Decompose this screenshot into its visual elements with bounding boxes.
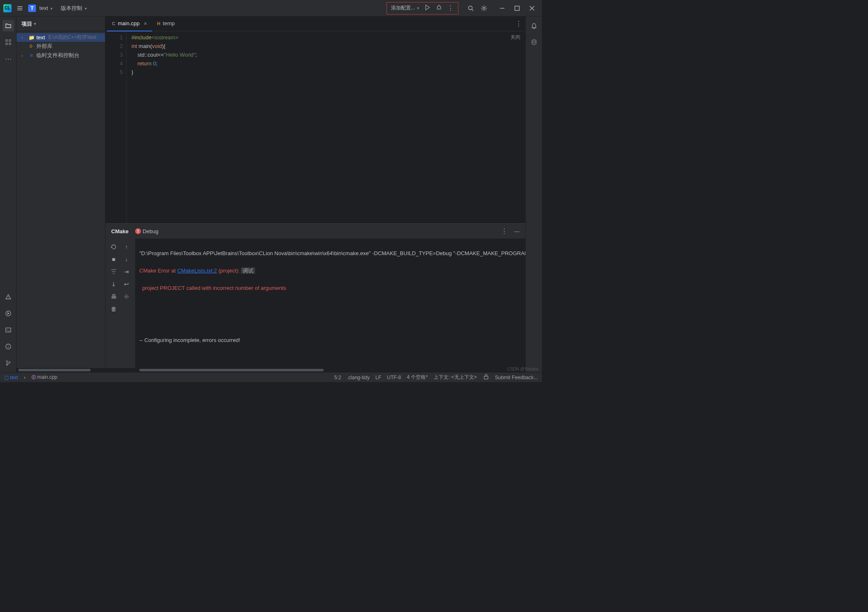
hint-badge[interactable]: 调试 — [241, 268, 255, 274]
problems-tool-button[interactable] — [2, 291, 14, 303]
play-circle-icon — [5, 310, 12, 317]
chevron-down-icon: ▾ — [417, 6, 419, 10]
left-tool-rail: ⋯ — [0, 17, 17, 372]
services-tool-button[interactable] — [2, 308, 14, 319]
tree-expand-icon[interactable]: › — [21, 35, 26, 40]
filter-button[interactable] — [109, 267, 119, 277]
right-tool-rail — [525, 17, 542, 372]
terminal-icon — [5, 327, 12, 333]
notifications-button[interactable] — [528, 20, 540, 31]
chevron-down-icon: ▾ — [50, 6, 52, 11]
tree-item-label: 临时文件和控制台 — [36, 52, 79, 59]
tree-expand-icon[interactable]: › — [21, 53, 26, 58]
tree-item-scratches[interactable]: › ≡ 临时文件和控制台 — [17, 51, 105, 60]
library-icon: ⊪ — [28, 43, 35, 49]
chevron-down-icon: ▾ — [85, 6, 87, 11]
sb-indent[interactable]: 4 个空格* — [407, 374, 428, 381]
code-content[interactable]: 关闭 #include<iostream> int main(void){ st… — [126, 31, 525, 223]
gear-icon — [123, 293, 130, 300]
cmake-scrollbar[interactable] — [105, 368, 525, 372]
main-menu-button[interactable] — [15, 3, 25, 13]
scratch-icon: ≡ — [28, 53, 35, 58]
project-tree: › 📁 text E:\A我的C++程序\text ⊪ 外部库 › ≡ 临时文件… — [17, 31, 105, 368]
tab-label: temp — [163, 20, 175, 26]
svg-rect-9 — [6, 328, 11, 332]
minimize-button[interactable] — [496, 2, 509, 14]
chevron-down-icon: ▾ — [34, 22, 36, 26]
sb-feedback[interactable]: Submit Feedback... — [495, 375, 538, 380]
warning-icon — [5, 294, 12, 300]
svg-rect-16 — [484, 376, 488, 379]
sb-module[interactable]: ▢ text — [4, 375, 18, 380]
soft-wrap-button[interactable]: ↩ — [122, 279, 131, 289]
tab-close-button[interactable]: × — [144, 20, 147, 27]
debug-tab[interactable]: !Debug — [135, 228, 158, 234]
close-hint-button[interactable]: 关闭 — [510, 33, 520, 42]
sb-breadcrumb-sep: › — [24, 375, 26, 380]
more-tool-button[interactable]: ⋯ — [2, 53, 14, 65]
sb-lock[interactable] — [483, 373, 489, 381]
tab-main-cpp[interactable]: C main.cpp × — [107, 17, 152, 31]
gear-icon — [481, 5, 487, 12]
settings-cmake-button[interactable] — [122, 292, 131, 301]
cmake-output[interactable]: "D:\Program Files\Toolbox APP\JetBrains\… — [135, 239, 525, 368]
sb-file[interactable]: Ⓒ main.cpp — [31, 374, 57, 380]
project-name-dropdown[interactable]: text ▾ — [39, 5, 52, 11]
print-button[interactable]: 🖶 — [109, 292, 119, 301]
code-editor[interactable]: 1 2 3 4 5 关闭 #include<iostream> int main… — [105, 31, 525, 223]
output-line: "D:\Program Files\Toolbox APP\JetBrains\… — [139, 249, 521, 258]
trash-button[interactable]: 🗑 — [109, 304, 119, 314]
maximize-button[interactable] — [510, 2, 524, 14]
close-window-button[interactable] — [525, 2, 539, 14]
editor-more-button[interactable]: ⋮ — [514, 19, 524, 29]
tree-item-external-libs[interactable]: ⊪ 外部库 — [17, 42, 105, 51]
svg-point-1 — [469, 6, 472, 10]
cmake-hide-button[interactable]: — — [514, 228, 520, 234]
reload-button[interactable] — [109, 242, 119, 252]
editor-area: C main.cpp × H temp ⋮ 1 2 3 4 5 关闭 #incl… — [105, 17, 525, 372]
scroll-button[interactable]: ⤓ — [109, 279, 119, 289]
project-tool-button[interactable] — [2, 20, 14, 31]
titlebar: CL T text ▾ 版本控制 ▾ 添加配置... ▾ ⋮ — [0, 0, 542, 17]
sb-context[interactable]: 上下文: <无上下文> — [434, 374, 477, 381]
stop-button[interactable]: ■ — [109, 254, 119, 264]
sb-encoding[interactable]: UTF-8 — [387, 375, 401, 380]
svg-point-11 — [6, 361, 8, 362]
settings-button[interactable] — [479, 3, 489, 13]
sb-position[interactable]: 5:2 — [334, 375, 341, 380]
cmake-header: CMake !Debug ⋮ — — [105, 224, 525, 239]
project-panel-header[interactable]: 项目 ▾ — [17, 17, 105, 31]
structure-icon — [5, 39, 12, 45]
main-area: ⋯ 项目 ▾ › 📁 text E:\A我的C++程序\text ⊪ 外部库 › — [0, 17, 542, 372]
search-button[interactable] — [466, 3, 476, 13]
wrap-button[interactable]: ⇥ — [122, 267, 131, 277]
cmake-panel: CMake !Debug ⋮ — ↑ ■ ↓ ⇥ ⤓ ↩ 🖶 — [105, 223, 525, 372]
vcs-menu[interactable]: 版本控制 ▾ — [61, 5, 87, 12]
sb-tidy[interactable]: .clang-tidy — [347, 375, 370, 380]
terminal-tool-button[interactable] — [2, 324, 14, 336]
branch-icon — [5, 360, 12, 366]
tree-item-label: text — [36, 34, 45, 41]
structure-tool-button[interactable] — [2, 36, 14, 48]
run-config-area: 添加配置... ▾ ⋮ — [386, 2, 458, 14]
info-tool-button[interactable] — [2, 341, 14, 352]
run-config-dropdown[interactable]: 添加配置... ▾ — [391, 5, 419, 12]
debug-button[interactable] — [436, 4, 442, 12]
cpp-file-icon: C — [112, 21, 115, 26]
error-file-link[interactable]: CMakeLists.txt:2 — [177, 268, 217, 274]
cmake-tab[interactable]: CMake — [111, 228, 129, 234]
sb-eol[interactable]: LF — [375, 375, 381, 380]
svg-rect-7 — [9, 43, 11, 45]
play-icon — [424, 4, 431, 11]
more-run-button[interactable]: ⋮ — [447, 4, 454, 12]
database-button[interactable] — [528, 36, 540, 48]
minimize-icon — [499, 5, 506, 12]
up-button[interactable]: ↑ — [122, 242, 131, 252]
vcs-tool-button[interactable] — [2, 357, 14, 369]
down-button[interactable]: ↓ — [122, 254, 131, 264]
run-button[interactable] — [424, 4, 431, 12]
cmake-options-button[interactable]: ⋮ — [501, 227, 508, 235]
tab-temp[interactable]: H temp — [152, 17, 180, 31]
tree-item-root[interactable]: › 📁 text E:\A我的C++程序\text — [17, 33, 105, 42]
project-scrollbar[interactable] — [17, 368, 105, 372]
